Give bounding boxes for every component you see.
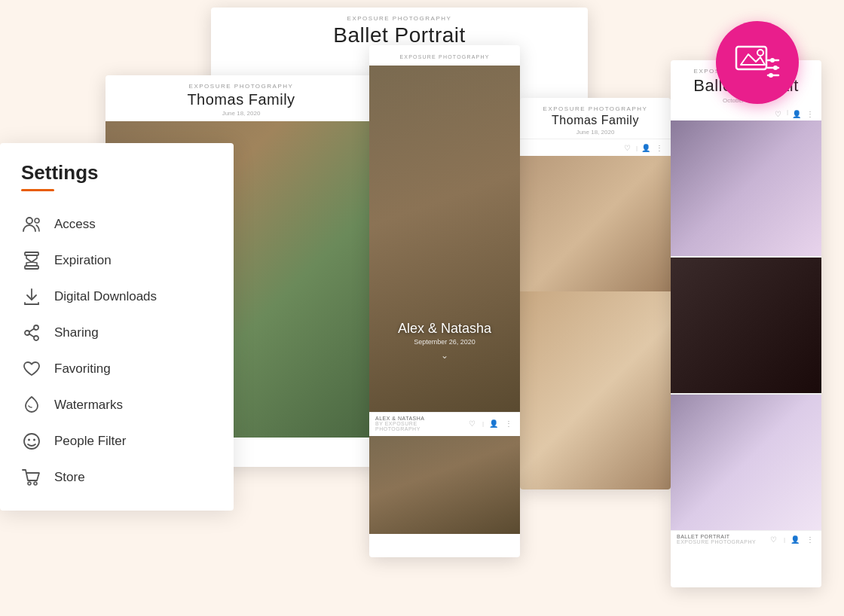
card-studio: EXPOSURE PHOTOGRAPHY — [531, 105, 660, 112]
people-icon — [21, 214, 42, 235]
svg-point-5 — [773, 66, 778, 70]
card-overlay: Alex & Natasha September 26, 2020 ⌄ — [369, 315, 520, 367]
more-icon[interactable]: ⋮ — [503, 419, 514, 429]
card-bottom-bar: BALLET PORTRAIT EXPOSURE PHOTOGRAPHY ♡ |… — [671, 530, 821, 547]
card-date: June 18, 2020 — [531, 129, 660, 136]
svg-point-7 — [769, 73, 773, 78]
sidebar-item-access[interactable]: Access — [21, 206, 213, 242]
card-photo-family — [520, 156, 671, 291]
cart-icon — [21, 467, 42, 488]
card-bottom-text: BALLET PORTRAIT EXPOSURE PHOTOGRAPHY — [677, 534, 764, 544]
sidebar-label-access: Access — [54, 217, 96, 232]
title-underline — [21, 189, 54, 191]
sidebar-label-people-filter: People Filter — [54, 434, 126, 449]
sidebar-item-expiration[interactable]: Expiration — [21, 242, 213, 279]
card-ballet-portrait-right: EXPOSURE PHOTOGRAPHY Ballet Portrait Oct… — [671, 60, 821, 587]
svg-point-17 — [24, 434, 39, 449]
card-photo-baby — [520, 291, 671, 489]
svg-rect-10 — [25, 252, 38, 255]
sidebar-item-sharing[interactable]: Sharing — [21, 315, 213, 351]
user-icon[interactable]: 👤 — [641, 142, 651, 153]
overlay-date: September 26, 2020 — [375, 338, 514, 346]
card-studio: EXPOSURE PHOTOGRAPHY — [380, 54, 509, 59]
settings-sidebar: Settings Access Expiration — [0, 143, 234, 511]
sidebar-label-expiration: Expiration — [54, 253, 112, 268]
sidebar-item-watermarks[interactable]: Watermarks — [21, 387, 213, 423]
gallery-settings-icon-circle — [716, 21, 799, 104]
heart-icon[interactable]: ♡ — [773, 108, 784, 119]
overlay-title: Alex & Natasha — [375, 321, 514, 337]
sidebar-label-downloads: Digital Downloads — [54, 289, 157, 304]
user-icon[interactable]: 👤 — [791, 108, 802, 119]
more-icon[interactable]: ⋮ — [805, 534, 815, 544]
card-photo-ballet3 — [671, 395, 821, 530]
user-icon[interactable]: 👤 — [790, 534, 800, 544]
svg-line-16 — [29, 334, 34, 337]
svg-point-12 — [34, 325, 38, 330]
sidebar-label-watermarks: Watermarks — [54, 398, 123, 413]
heart-icon[interactable]: ♡ — [467, 419, 478, 429]
share-icon — [21, 322, 42, 343]
card-photo: Alex & Natasha September 26, 2020 ⌄ — [369, 66, 520, 412]
card-studio: EXPOSURE PHOTOGRAPHY — [116, 83, 366, 90]
sidebar-item-store[interactable]: Store — [21, 459, 213, 496]
heart-icon — [21, 358, 42, 380]
card-photo-ballet2 — [671, 258, 821, 393]
svg-point-3 — [770, 58, 775, 63]
user-icon[interactable]: 👤 — [488, 419, 499, 429]
svg-line-15 — [29, 329, 34, 332]
svg-point-19 — [33, 439, 35, 441]
card-action-bar: ♡ | 👤 ⋮ — [520, 139, 671, 156]
heart-icon[interactable]: ♡ — [622, 142, 633, 153]
svg-point-18 — [28, 439, 30, 441]
more-icon[interactable]: ⋮ — [654, 142, 665, 153]
face-icon — [21, 431, 42, 452]
card-studio: EXPOSURE PHOTOGRAPHY — [222, 15, 577, 22]
svg-point-14 — [25, 331, 29, 335]
card-bottom-bar: ALEX & NATASHA BY EXPOSURE PHOTOGRAPHY ♡… — [369, 412, 520, 435]
card-title: Thomas Family — [116, 91, 366, 108]
svg-point-21 — [34, 482, 37, 485]
sidebar-label-store: Store — [54, 470, 85, 485]
svg-point-9 — [35, 218, 39, 223]
card-alex-natasha: EXPOSURE PHOTOGRAPHY Alex & Natasha Sept… — [369, 45, 520, 557]
sidebar-item-favoriting[interactable]: Favoriting — [21, 351, 213, 387]
watermark-icon — [21, 395, 42, 416]
download-icon — [21, 286, 42, 307]
card-thomas-family-right: EXPOSURE PHOTOGRAPHY Thomas Family June … — [520, 98, 671, 489]
card-title: Ballet Portrait — [222, 23, 577, 47]
sidebar-item-digital-downloads[interactable]: Digital Downloads — [21, 279, 213, 315]
card-photo-bottom — [369, 436, 520, 534]
more-icon[interactable]: ⋮ — [805, 108, 815, 119]
card-action-bar: ♡ | 👤 ⋮ — [671, 107, 821, 120]
svg-point-1 — [757, 50, 763, 56]
svg-rect-11 — [25, 266, 38, 269]
svg-point-20 — [28, 482, 31, 485]
hourglass-icon — [21, 250, 42, 271]
heart-icon[interactable]: ♡ — [769, 534, 779, 544]
card-photo-ballet1 — [671, 120, 821, 256]
card-title: Thomas Family — [531, 114, 660, 127]
card-date: June 18, 2020 — [116, 110, 366, 117]
card-bottom-text: ALEX & NATASHA BY EXPOSURE PHOTOGRAPHY — [375, 416, 463, 432]
sidebar-label-sharing: Sharing — [54, 325, 99, 340]
divider: | — [482, 420, 484, 427]
svg-point-8 — [26, 218, 32, 224]
sidebar-title: Settings — [21, 161, 213, 184]
gallery-icon — [735, 44, 780, 81]
sidebar-item-people-filter[interactable]: People Filter — [21, 423, 213, 459]
svg-point-13 — [34, 336, 38, 340]
sidebar-label-favoriting: Favoriting — [54, 361, 111, 377]
